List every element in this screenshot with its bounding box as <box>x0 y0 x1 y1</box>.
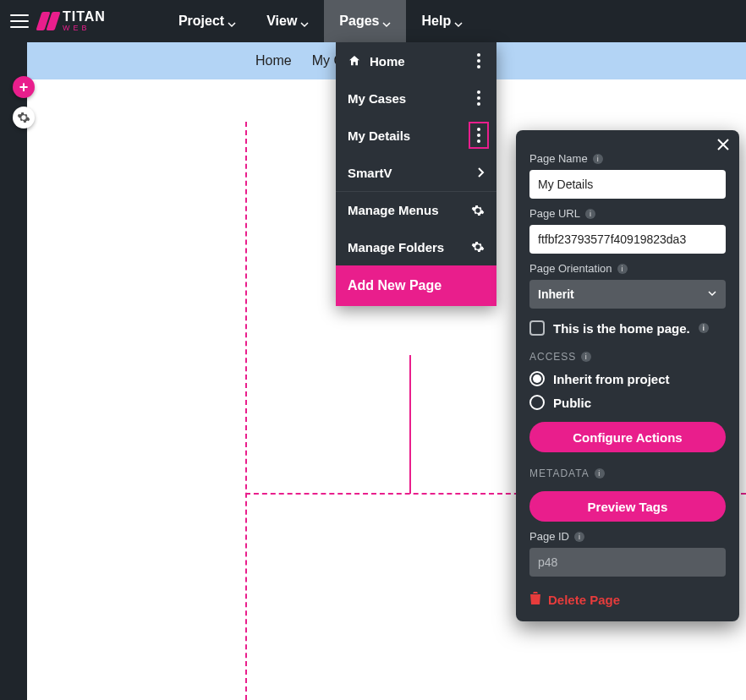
chevron-down-icon <box>228 17 236 25</box>
info-icon[interactable]: i <box>593 154 603 164</box>
configure-actions-button[interactable]: Configure Actions <box>529 422 726 452</box>
page-properties-panel: Page Name i Page URL i Page Orientation … <box>516 130 739 621</box>
chevron-down-icon <box>454 17 463 25</box>
orientation-label: Page Orientation i <box>529 262 726 275</box>
radio-label: Inherit from project <box>553 372 670 386</box>
menu-label: Help <box>421 14 451 29</box>
pages-manage-folders[interactable]: Manage Folders <box>336 228 496 265</box>
page-id-label: Page ID i <box>529 530 726 543</box>
page-url-input[interactable] <box>529 225 726 254</box>
gear-icon <box>471 204 485 217</box>
guide-vertical-solid <box>409 355 411 494</box>
gear-icon <box>17 111 30 124</box>
menu-pages[interactable]: Pages <box>324 0 406 42</box>
chevron-down-icon <box>707 287 717 301</box>
gear-icon <box>471 240 485 254</box>
settings-fab[interactable] <box>13 107 35 129</box>
brand-sub: WEB <box>63 25 106 32</box>
delete-page-label: Delete Page <box>548 593 620 607</box>
page-name-label: Page Name i <box>529 152 726 165</box>
add-new-page-label: Add New Page <box>348 278 442 293</box>
menu-label: View <box>266 14 297 29</box>
brand-logo[interactable]: TITAN WEB <box>39 10 106 32</box>
top-bar: TITAN WEB Project View Pages Help <box>0 0 746 42</box>
pages-item-label: Manage Menus <box>348 203 439 217</box>
orientation-select[interactable]: Inherit <box>529 280 726 309</box>
chevron-down-icon <box>382 17 391 25</box>
home-page-checkbox-row[interactable]: This is the home page. i <box>529 320 726 336</box>
pages-item-mycases[interactable]: My Cases <box>336 79 496 117</box>
pages-item-mydetails[interactable]: My Details <box>336 117 496 154</box>
add-fab[interactable]: + <box>13 76 35 98</box>
trash-icon <box>529 592 541 608</box>
page-id-input <box>529 548 726 577</box>
pages-manage-menus[interactable]: Manage Menus <box>336 191 496 228</box>
menu-bar: Project View Pages Help <box>163 0 478 42</box>
delete-page-button[interactable]: Delete Page <box>529 592 726 608</box>
pages-item-home[interactable]: Home <box>336 42 496 79</box>
page-name-input[interactable] <box>529 170 726 199</box>
breadcrumb[interactable]: Home <box>255 53 292 68</box>
access-public-radio[interactable]: Public <box>529 395 726 410</box>
pages-item-label: My Details <box>348 129 410 143</box>
radio-icon[interactable] <box>529 395 545 410</box>
radio-label: Public <box>553 396 591 410</box>
home-page-checkbox[interactable] <box>529 320 545 336</box>
home-icon <box>348 54 361 68</box>
orientation-value: Inherit <box>538 287 574 301</box>
preview-tags-button[interactable]: Preview Tags <box>529 491 726 522</box>
access-inherit-radio[interactable]: Inherit from project <box>529 371 726 386</box>
close-icon[interactable] <box>716 137 731 156</box>
pages-item-label: Home <box>370 54 405 68</box>
access-section: ACCESS i <box>529 351 726 363</box>
info-icon[interactable]: i <box>595 468 605 479</box>
chevron-down-icon <box>300 17 309 25</box>
hamburger-icon[interactable] <box>10 14 29 28</box>
info-icon[interactable]: i <box>699 323 709 333</box>
pages-item-label: SmartV <box>348 166 392 180</box>
brand-name: TITAN <box>63 10 106 24</box>
info-icon[interactable]: i <box>617 264 628 274</box>
metadata-section: METADATA i <box>529 468 726 479</box>
radio-icon[interactable] <box>529 371 545 386</box>
left-rail <box>0 42 27 700</box>
add-new-page-button[interactable]: Add New Page <box>336 265 496 306</box>
info-icon[interactable]: i <box>581 352 591 362</box>
chevron-right-icon <box>476 167 485 178</box>
menu-label: Pages <box>339 14 379 29</box>
menu-help[interactable]: Help <box>406 0 478 42</box>
pages-item-label: Manage Folders <box>348 240 444 254</box>
menu-label: Project <box>178 14 224 29</box>
menu-project[interactable]: Project <box>163 0 251 42</box>
info-icon[interactable]: i <box>585 209 595 219</box>
page-url-label: Page URL i <box>529 207 726 220</box>
pages-dropdown: Home My Cases My Details SmartV Manage M… <box>336 42 496 306</box>
menu-view[interactable]: View <box>251 0 324 42</box>
home-page-check-label: This is the home page. <box>553 321 690 336</box>
kebab-icon[interactable] <box>473 126 485 145</box>
pages-item-label: My Cases <box>348 91 406 106</box>
guide-vertical <box>245 122 247 700</box>
info-icon[interactable]: i <box>574 532 584 542</box>
kebab-icon[interactable] <box>473 53 485 68</box>
pages-item-smartv[interactable]: SmartV <box>336 154 496 191</box>
kebab-icon[interactable] <box>473 90 485 106</box>
